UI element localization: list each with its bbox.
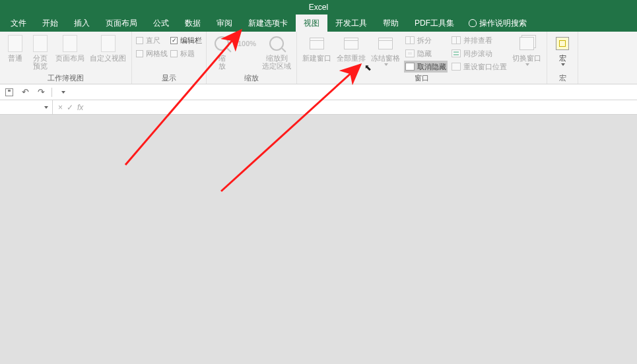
formula-input[interactable] — [88, 100, 637, 114]
side-by-side-icon — [452, 36, 461, 44]
group-macros-label: 宏 — [551, 73, 574, 84]
quick-access-toolbar: ↶ ↷ — [0, 84, 637, 100]
zoom-100-button[interactable]: 100% — [236, 33, 258, 63]
sync-scroll-label: 同步滚动 — [463, 49, 492, 59]
tab-help[interactable]: 帮助 — [375, 15, 407, 32]
enter-button[interactable]: ✓ — [67, 103, 73, 112]
formula-bar-label: 编辑栏 — [180, 36, 202, 46]
tab-insert[interactable]: 插入 — [66, 15, 98, 32]
zoom-100-icon: 100% — [238, 34, 256, 53]
page-break-label: 分页 预览 — [33, 54, 48, 70]
group-show-label: 显示 — [136, 73, 202, 84]
group-zoom-label: 缩放 — [211, 73, 292, 84]
split-icon — [405, 36, 415, 44]
macros-button[interactable]: 宏 — [551, 33, 574, 67]
tell-me-label: 操作说明搜索 — [479, 18, 527, 29]
tab-file[interactable]: 文件 — [3, 15, 34, 32]
tab-view[interactable]: 视图 — [296, 15, 327, 32]
tab-home[interactable]: 开始 — [34, 15, 66, 32]
formula-bar-checkbox[interactable]: ✓ 编辑栏 — [170, 34, 202, 46]
freeze-panes-icon — [376, 34, 395, 53]
undo-icon: ↶ — [22, 88, 29, 96]
hide-icon — [405, 49, 415, 57]
ruler-checkbox[interactable]: 直尺 — [136, 34, 168, 46]
worksheet-area[interactable] — [0, 115, 637, 364]
unhide-label: 取消隐藏 — [417, 62, 446, 72]
tell-me-search[interactable]: 操作说明搜索 — [462, 15, 533, 32]
sync-scroll-icon — [452, 49, 461, 57]
tab-developer[interactable]: 开发工具 — [327, 15, 375, 32]
headings-label: 标题 — [180, 49, 195, 59]
zoom-selection-icon — [267, 34, 286, 53]
tab-formulas[interactable]: 公式 — [145, 15, 177, 32]
page-layout-label: 页面布局 — [55, 54, 84, 62]
ribbon-tabs: 文件 开始 插入 页面布局 公式 数据 审阅 新建选项卡 视图 开发工具 帮助 … — [0, 15, 637, 32]
fx-button[interactable]: fx — [77, 103, 83, 112]
zoom-button[interactable]: 缩 放 — [211, 33, 233, 71]
arrange-all-label: 全部重排 — [337, 54, 366, 62]
hide-button[interactable]: 隐藏 — [404, 47, 448, 59]
save-icon — [5, 88, 13, 96]
switch-windows-button[interactable]: 切换窗口 — [511, 33, 543, 67]
qat-customize-button[interactable] — [57, 87, 68, 98]
split-button[interactable]: 拆分 — [404, 34, 448, 46]
app-title: Excel — [309, 3, 328, 12]
custom-views-label: 自定义视图 — [90, 54, 126, 62]
new-window-button[interactable]: 新建窗口 — [301, 33, 333, 63]
undo-button[interactable]: ↶ — [20, 87, 30, 98]
reset-window-position-button[interactable]: 重设窗口位置 — [450, 61, 508, 73]
group-show: 直尺 网格线 ✓ 编辑栏 标题 显示 — [132, 32, 207, 84]
dropdown-icon — [61, 91, 65, 94]
headings-checkbox[interactable]: 标题 — [170, 47, 202, 59]
page-layout-icon — [61, 34, 79, 53]
checkbox-icon — [170, 50, 178, 57]
ribbon: 普通 分页 预览 页面布局 自定义视图 工作簿视图 直尺 — [0, 32, 637, 84]
gridlines-checkbox[interactable]: 网格线 — [136, 47, 168, 59]
zoom-100-label — [246, 54, 248, 62]
hide-label: 隐藏 — [417, 49, 432, 59]
switch-windows-icon — [518, 34, 536, 53]
synchronous-scrolling-button[interactable]: 同步滚动 — [450, 47, 508, 59]
checkbox-icon — [136, 37, 143, 44]
switch-windows-label: 切换窗口 — [512, 54, 541, 62]
zoom-selection-label: 缩放到 选定区域 — [262, 54, 291, 70]
split-label: 拆分 — [417, 36, 432, 46]
custom-views-button[interactable]: 自定义视图 — [88, 33, 127, 63]
cancel-button[interactable]: × — [58, 103, 63, 112]
tab-review[interactable]: 审阅 — [209, 15, 240, 32]
tab-new[interactable]: 新建选项卡 — [240, 15, 296, 32]
checkbox-icon — [136, 50, 143, 57]
normal-view-icon — [6, 34, 24, 53]
gridlines-label: 网格线 — [146, 49, 168, 59]
redo-icon: ↷ — [38, 88, 45, 96]
tab-pdf[interactable]: PDF工具集 — [407, 15, 462, 32]
separator — [51, 88, 52, 97]
group-views-label: 工作簿视图 — [4, 73, 127, 84]
page-break-preview-button[interactable]: 分页 预览 — [29, 33, 51, 71]
tab-page-layout[interactable]: 页面布局 — [98, 15, 145, 32]
normal-view-button[interactable]: 普通 — [4, 33, 26, 63]
save-button[interactable] — [4, 87, 15, 98]
dropdown-icon — [384, 63, 388, 66]
checkbox-checked-icon: ✓ — [170, 37, 178, 44]
redo-button[interactable]: ↷ — [36, 87, 46, 98]
side-by-side-label: 并排查看 — [463, 36, 492, 46]
dropdown-icon — [44, 106, 48, 109]
view-side-by-side-button[interactable]: 并排查看 — [450, 34, 508, 46]
group-workbook-views: 普通 分页 预览 页面布局 自定义视图 工作簿视图 — [0, 32, 132, 84]
reset-position-icon — [452, 63, 461, 71]
lightbulb-icon — [469, 19, 477, 27]
arrange-all-button[interactable]: 全部重排 — [335, 33, 367, 63]
new-window-label: 新建窗口 — [302, 54, 331, 62]
macros-label: 宏 — [559, 54, 566, 62]
group-window-label: 窗口 — [301, 73, 543, 84]
name-box[interactable] — [0, 100, 53, 114]
tab-data[interactable]: 数据 — [177, 15, 209, 32]
new-window-icon — [308, 34, 326, 53]
normal-view-label: 普通 — [8, 54, 22, 62]
zoom-to-selection-button[interactable]: 缩放到 选定区域 — [261, 33, 292, 71]
page-layout-view-button[interactable]: 页面布局 — [54, 33, 86, 63]
title-bar: Excel — [0, 0, 637, 15]
freeze-panes-button[interactable]: 冻结窗格 — [370, 33, 401, 67]
unhide-button[interactable]: 取消隐藏 — [404, 61, 448, 73]
